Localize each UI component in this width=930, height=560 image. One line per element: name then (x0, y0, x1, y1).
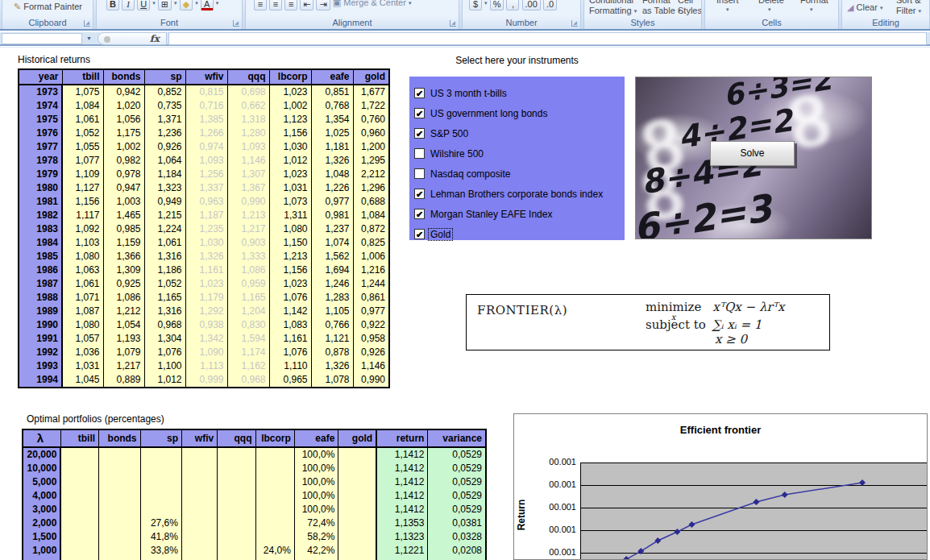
year-cell[interactable]: 1976 (19, 127, 62, 140)
value-cell[interactable]: 1,307 (227, 168, 269, 181)
weight-cell[interactable] (181, 530, 217, 544)
variance-cell[interactable]: 0,0381 (428, 516, 486, 530)
value-cell[interactable]: 1,187 (185, 209, 227, 222)
variance-cell[interactable]: 0,0328 (428, 530, 486, 544)
year-cell[interactable]: 1987 (19, 277, 62, 291)
value-cell[interactable]: 1,316 (144, 250, 185, 263)
value-cell[interactable]: 0,852 (144, 85, 185, 99)
value-cell[interactable]: 1,086 (103, 291, 144, 305)
value-cell[interactable]: 1,465 (103, 209, 144, 222)
accounting-dropdown-icon[interactable]: ▾ (484, 0, 488, 6)
value-cell[interactable]: 1,237 (311, 222, 353, 236)
value-cell[interactable]: 0,981 (311, 209, 353, 222)
column-header[interactable]: year (19, 69, 62, 85)
value-cell[interactable]: 1,030 (185, 236, 227, 250)
weight-cell[interactable] (140, 489, 181, 503)
checked-checkbox-icon[interactable]: ✔ (414, 189, 425, 199)
year-cell[interactable]: 1982 (19, 209, 62, 222)
weight-cell[interactable] (255, 489, 294, 503)
return-cell[interactable]: 1,1353 (376, 516, 428, 530)
weight-cell[interactable] (255, 503, 294, 516)
lambda-cell[interactable]: 20,000 (23, 447, 60, 462)
value-cell[interactable]: 0,662 (227, 99, 269, 113)
value-cell[interactable]: 1,012 (269, 154, 311, 168)
weight-cell[interactable] (99, 544, 140, 558)
weight-cell[interactable] (338, 475, 376, 489)
value-cell[interactable]: 1,103 (62, 236, 103, 250)
year-cell[interactable]: 1986 (19, 263, 62, 277)
value-cell[interactable]: 1,146 (353, 359, 389, 373)
value-cell[interactable]: 0,938 (185, 318, 227, 332)
return-cell[interactable]: 1,1412 (376, 475, 428, 489)
value-cell[interactable]: 1,052 (144, 277, 185, 291)
value-cell[interactable]: 1,023 (185, 277, 227, 291)
value-cell[interactable]: 1,694 (311, 263, 353, 277)
weight-cell[interactable] (60, 462, 98, 475)
year-cell[interactable]: 1988 (19, 291, 62, 305)
instrument-checkbox-item[interactable]: ✔S&P 500 (414, 123, 625, 143)
checked-checkbox-icon[interactable]: ✔ (414, 128, 425, 139)
value-cell[interactable]: 1,200 (353, 140, 389, 154)
value-cell[interactable]: 1,002 (103, 140, 144, 154)
weight-cell[interactable] (99, 516, 140, 530)
value-cell[interactable]: 1,093 (227, 140, 269, 154)
weight-cell[interactable] (181, 475, 217, 489)
value-cell[interactable]: 1,084 (353, 209, 389, 222)
column-header[interactable]: wfiv (185, 69, 227, 85)
cell-styles-label2[interactable]: Styles (678, 6, 702, 15)
value-cell[interactable]: 1,354 (311, 113, 353, 127)
delete-dropdown-icon[interactable]: ▾ (768, 6, 771, 13)
value-cell[interactable]: 0,999 (185, 373, 227, 388)
weight-cell[interactable]: 24,0% (255, 544, 294, 558)
align-right-button[interactable]: ≡ (284, 0, 297, 10)
value-cell[interactable]: 2,212 (353, 168, 389, 181)
column-header[interactable]: bonds (103, 69, 144, 85)
value-cell[interactable]: 1,080 (62, 250, 103, 263)
return-cell[interactable]: 1,1412 (376, 462, 428, 475)
borders-dropdown-icon[interactable]: ▾ (174, 0, 177, 6)
merge-center-button[interactable]: Merge & Center (343, 0, 406, 7)
weight-cell[interactable] (60, 489, 98, 503)
decrease-decimal-button[interactable]: .0 (543, 0, 557, 10)
lambda-cell[interactable]: 10,000 (23, 462, 60, 475)
sort-filter-button[interactable]: Sort & (896, 0, 921, 5)
year-cell[interactable]: 1973 (19, 85, 62, 99)
value-cell[interactable]: 1,184 (144, 168, 185, 181)
value-cell[interactable]: 1,052 (62, 127, 103, 140)
value-cell[interactable]: 0,990 (227, 195, 269, 209)
column-header[interactable]: gold (338, 429, 376, 447)
year-cell[interactable]: 1993 (19, 359, 62, 373)
merge-center-icon[interactable]: ▣ (333, 0, 341, 7)
lambda-cell[interactable]: 1,500 (23, 530, 60, 544)
weight-cell[interactable] (99, 447, 140, 462)
weight-cell[interactable] (140, 447, 181, 462)
italic-button[interactable]: I (122, 0, 135, 10)
value-cell[interactable]: 1,385 (185, 113, 227, 127)
value-cell[interactable]: 0,926 (144, 140, 185, 154)
column-header[interactable]: qqq (227, 69, 269, 85)
percent-style-button[interactable]: % (490, 0, 504, 10)
instrument-checkbox-item[interactable]: ✔US government long bonds (414, 103, 625, 123)
value-cell[interactable]: 1,333 (227, 250, 269, 263)
value-cell[interactable]: 1,080 (62, 318, 103, 332)
value-cell[interactable]: 1,295 (353, 154, 389, 168)
weight-cell[interactable]: 42,2% (294, 544, 338, 558)
conditional-formatting-button[interactable]: Conditional (589, 0, 633, 5)
value-cell[interactable]: 1,075 (62, 85, 103, 99)
value-cell[interactable]: 1,326 (185, 250, 227, 263)
lambda-cell[interactable]: 3,000 (23, 503, 60, 516)
value-cell[interactable]: 0,825 (353, 236, 389, 250)
value-cell[interactable]: 1,023 (269, 277, 311, 291)
underline-dropdown-icon[interactable]: ▾ (152, 0, 156, 6)
value-cell[interactable]: 1,023 (269, 168, 311, 181)
value-cell[interactable]: 0,766 (311, 318, 353, 332)
checked-checkbox-icon[interactable]: ✔ (414, 229, 425, 239)
weight-cell[interactable]: 72,4% (294, 516, 338, 530)
value-cell[interactable]: 0,925 (103, 277, 144, 291)
return-cell[interactable]: 1,1412 (376, 447, 428, 462)
variance-cell[interactable]: 0,0529 (428, 489, 486, 503)
column-header[interactable]: λ (23, 429, 60, 447)
weight-cell[interactable] (60, 530, 98, 544)
value-cell[interactable]: 1,110 (269, 359, 311, 373)
value-cell[interactable]: 1,175 (103, 127, 144, 140)
